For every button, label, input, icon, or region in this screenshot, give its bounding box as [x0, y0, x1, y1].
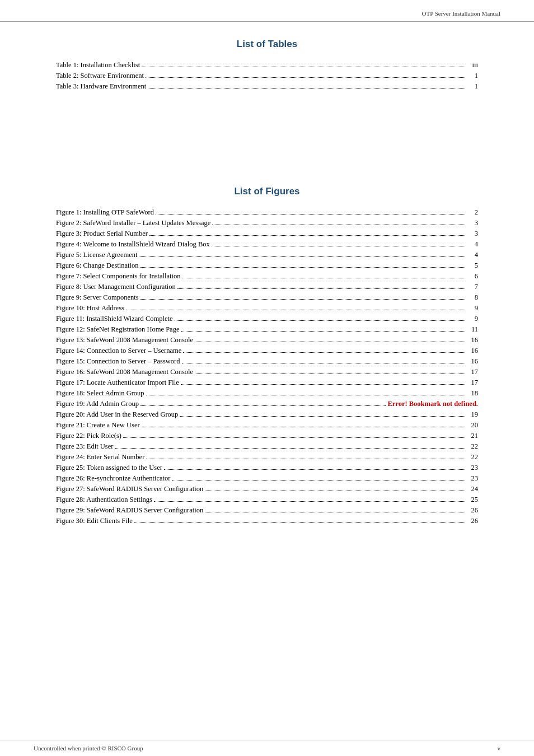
toc-dots: [140, 405, 386, 406]
toc-entry-label: Figure 28: Authentication Settings: [56, 496, 152, 504]
toc-page-number: 7: [467, 283, 478, 291]
toc-entry-label: Figure 15: Connection to Server – Passwo…: [56, 357, 180, 366]
toc-entry-label: Figure 21: Create a New User: [56, 421, 140, 430]
figure-row: Figure 6: Change Destination5: [56, 262, 478, 270]
toc-entry-label: Figure 9: Server Components: [56, 293, 139, 302]
toc-page-number: 4: [467, 240, 478, 249]
page-content: List of Tables Table 1: Installation Che…: [0, 22, 534, 587]
figure-row: Figure 16: SafeWord 2008 Management Cons…: [56, 368, 478, 376]
toc-dots: [139, 256, 465, 257]
toc-dots: [205, 491, 465, 491]
figures-heading: List of Figures: [56, 186, 478, 197]
toc-page-number: 3: [467, 230, 478, 238]
figures-section: List of Figures Figure 1: Installing OTP…: [56, 186, 478, 525]
toc-dots: [212, 246, 465, 246]
toc-page-number: 26: [467, 517, 478, 525]
tables-section: List of Tables Table 1: Installation Che…: [56, 39, 478, 91]
toc-entry-label: Figure 19: Add Admin Group: [56, 400, 139, 408]
toc-dots: [180, 416, 465, 417]
toc-page-number: 22: [467, 453, 478, 461]
toc-entry-label: Figure 18: Select Admin Group: [56, 389, 144, 398]
toc-entry-label: Figure 11: InstallShield Wizard Complete: [56, 315, 173, 323]
toc-entry-label: Figure 10: Host Address: [56, 304, 124, 312]
toc-page-number: 2: [467, 208, 478, 217]
toc-page-number: 16: [467, 347, 478, 355]
toc-dots: [154, 501, 465, 502]
toc-dots: [175, 320, 466, 321]
figure-row: Figure 12: SafeNet Registration Home Pag…: [56, 325, 478, 334]
toc-dots: [146, 395, 465, 395]
toc-page-number: Error! Bookmark not defined.: [387, 400, 478, 408]
figures-list: Figure 1: Installing OTP SafeWord2Figure…: [56, 208, 478, 525]
toc-page-number: 11: [467, 325, 478, 334]
toc-dots: [148, 88, 465, 88]
figure-row: Figure 3: Product Serial Number3: [56, 230, 478, 238]
figure-row: Figure 8: User Management Configuration7: [56, 283, 478, 291]
figure-row: Figure 17: Locate Authenticator Import F…: [56, 379, 478, 387]
tables-list: Table 1: Installation ChecklistiiiTable …: [56, 61, 478, 91]
toc-page-number: 4: [467, 251, 478, 259]
figure-row: Figure 19: Add Admin GroupError! Bookmar…: [56, 400, 478, 408]
toc-page-number: 9: [467, 304, 478, 312]
figure-row: Figure 15: Connection to Server – Passwo…: [56, 357, 478, 366]
toc-dots: [205, 512, 465, 512]
header-title: OTP Server Installation Manual: [422, 10, 500, 17]
toc-page-number: 8: [467, 293, 478, 302]
toc-page-number: 23: [467, 464, 478, 472]
toc-page-number: 16: [467, 357, 478, 366]
toc-dots: [212, 225, 465, 225]
toc-entry-label: Figure 16: SafeWord 2008 Management Cons…: [56, 368, 193, 376]
toc-page-number: iii: [467, 61, 478, 69]
toc-dots: [182, 363, 465, 363]
toc-dots: [177, 288, 465, 289]
toc-entry-label: Table 2: Software Environment: [56, 72, 144, 80]
toc-entry-label: Figure 1: Installing OTP SafeWord: [56, 208, 154, 217]
toc-dots: [164, 469, 465, 470]
figure-row: Figure 13: SafeWord 2008 Management Cons…: [56, 336, 478, 344]
toc-page-number: 17: [467, 379, 478, 387]
figure-row: Figure 20: Add User in the Reserved Grou…: [56, 410, 478, 419]
toc-page-number: 24: [467, 485, 478, 493]
toc-dots: [149, 235, 465, 236]
figure-row: Figure 2: SafeWord Installer – Latest Up…: [56, 219, 478, 227]
toc-page-number: 1: [467, 82, 478, 91]
toc-dots: [181, 384, 465, 385]
page-header: OTP Server Installation Manual: [0, 0, 534, 22]
footer-left: Uncontrolled when printed © RISCO Group: [34, 745, 143, 752]
figure-row: Figure 24: Enter Serial Number22: [56, 453, 478, 461]
toc-entry-label: Table 1: Installation Checklist: [56, 61, 140, 69]
figure-row: Figure 26: Re-synchronize Authenticator2…: [56, 474, 478, 483]
toc-entry-label: Figure 29: SafeWord RADIUS Server Config…: [56, 506, 203, 515]
page-footer: Uncontrolled when printed © RISCO Group …: [0, 740, 534, 756]
toc-page-number: 16: [467, 336, 478, 344]
figure-row: Figure 30: Edit Clients File26: [56, 517, 478, 525]
toc-dots: [140, 267, 465, 268]
toc-page-number: 1: [467, 72, 478, 80]
toc-dots: [126, 310, 465, 310]
toc-dots: [195, 374, 465, 374]
figure-row: Figure 22: Pick Role(s)21: [56, 432, 478, 440]
toc-entry-label: Figure 20: Add User in the Reserved Grou…: [56, 410, 178, 419]
toc-entry-label: Figure 6: Change Destination: [56, 262, 139, 270]
toc-dots: [195, 342, 465, 342]
toc-dots: [183, 352, 465, 353]
toc-entry-label: Figure 5: License Agreement: [56, 251, 137, 259]
toc-page-number: 18: [467, 389, 478, 398]
toc-entry-label: Figure 3: Product Serial Number: [56, 230, 148, 238]
figure-row: Figure 28: Authentication Settings25: [56, 496, 478, 504]
toc-page-number: 9: [467, 315, 478, 323]
figure-row: Figure 4: Welcome to InstallShield Wizar…: [56, 240, 478, 249]
page: OTP Server Installation Manual List of T…: [0, 0, 534, 756]
table-row: Table 3: Hardware Environment1: [56, 82, 478, 91]
toc-entry-label: Figure 23: Edit User: [56, 442, 113, 451]
toc-page-number: 6: [467, 272, 478, 281]
figure-row: Figure 18: Select Admin Group18: [56, 389, 478, 398]
toc-dots: [142, 67, 465, 67]
figure-row: Figure 5: License Agreement4: [56, 251, 478, 259]
toc-page-number: 17: [467, 368, 478, 376]
figure-row: Figure 14: Connection to Server – Userna…: [56, 347, 478, 355]
figure-row: Figure 27: SafeWord RADIUS Server Config…: [56, 485, 478, 493]
toc-page-number: 5: [467, 262, 478, 270]
toc-dots: [134, 522, 465, 523]
toc-entry-label: Figure 22: Pick Role(s): [56, 432, 121, 440]
